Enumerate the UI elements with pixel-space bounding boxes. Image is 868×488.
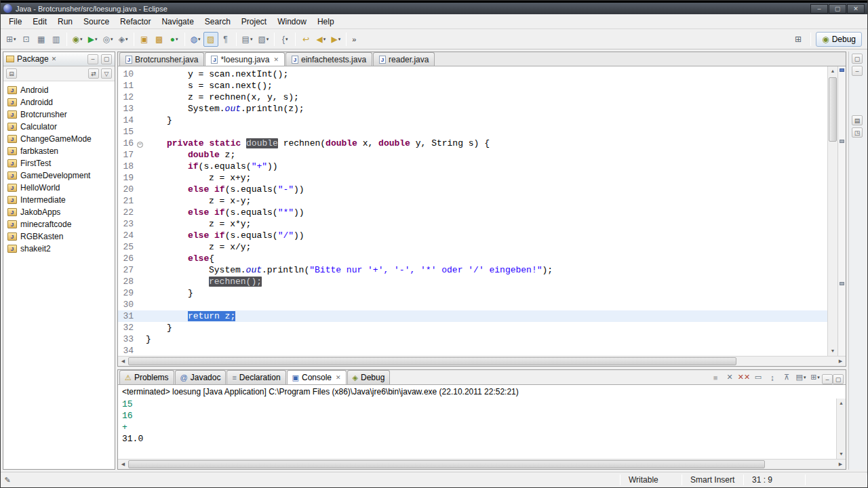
minimize-view-button[interactable]: – — [87, 54, 98, 64]
project-item-changegamemode[interactable]: JChangeGameMode — [3, 133, 115, 145]
minimize-editor-button[interactable]: – — [852, 66, 863, 76]
project-item-firsttest[interactable]: JFirstTest — [3, 157, 115, 169]
code-line-15[interactable]: 15 — [118, 126, 827, 138]
scroll-down-arrow[interactable]: ▼ — [828, 346, 837, 356]
new-java-project-button[interactable]: ▣ — [137, 32, 152, 47]
debug-perspective-button[interactable]: ◉ Debug — [816, 32, 862, 47]
pin-console-button[interactable]: ⊼ — [780, 371, 793, 384]
mark-occurrences-button[interactable]: ▨ — [203, 32, 218, 47]
code-line-34[interactable]: 34 — [118, 345, 827, 356]
scrollbar-thumb[interactable] — [829, 77, 837, 142]
editor-tab-brotcrunsherjava[interactable]: JBrotcrunsher.java — [119, 52, 204, 66]
code-line-28[interactable]: 28rechnen(); — [118, 276, 827, 287]
code-line-32[interactable]: 32} — [118, 322, 827, 333]
code-line-25[interactable]: 25z = x/y; — [118, 241, 827, 253]
search-button[interactable]: ◍▾ — [188, 32, 203, 47]
code-line-10[interactable]: 10y = scan.nextInt(); — [118, 68, 827, 80]
view-tab-javadoc[interactable]: @Javadoc — [175, 370, 226, 384]
open-perspective-button[interactable]: ⊞ — [791, 32, 806, 47]
project-item-helloworld[interactable]: JHelloWorld — [3, 182, 115, 194]
menu-item-window[interactable]: Window — [272, 15, 312, 28]
window-minimize-button[interactable]: – — [810, 4, 828, 14]
terminate-button[interactable]: ■ — [709, 371, 722, 384]
code-editor[interactable]: 10y = scan.nextInt();11s = scan.next();1… — [118, 66, 827, 356]
editor-tab-einfachetestsjava[interactable]: Jeinfachetests.java — [285, 52, 372, 66]
scroll-right-arrow[interactable]: ▶ — [835, 357, 846, 366]
show-whitespace-button[interactable]: ¶ — [218, 32, 233, 47]
scroll-left-arrow[interactable]: ◀ — [118, 460, 128, 469]
scroll-right-arrow[interactable]: ▶ — [835, 460, 846, 469]
menu-item-file[interactable]: File — [3, 15, 27, 28]
view-tab-debug[interactable]: ◈Debug — [347, 370, 391, 384]
back-button[interactable]: ◀▾ — [313, 32, 328, 47]
code-line-21[interactable]: 21z = x-y; — [118, 195, 827, 207]
last-edit-location-button[interactable]: ↩ — [298, 32, 313, 47]
console-horizontal-scrollbar[interactable]: ◀ ▶ — [118, 459, 846, 469]
remove-all-launches-button[interactable]: ✕✕ — [737, 371, 751, 384]
save-button[interactable]: ⊡ — [19, 32, 34, 47]
tab-close-icon[interactable]: ✕ — [336, 374, 341, 381]
external-tools-button[interactable]: ◈▾ — [116, 32, 131, 47]
view-menu-button[interactable]: ▽ — [101, 68, 112, 79]
code-line-23[interactable]: 23z = x*y; — [118, 218, 827, 230]
code-line-31[interactable]: 31return z; — [118, 310, 827, 322]
menu-item-source[interactable]: Source — [78, 15, 115, 28]
display-selected-console-button[interactable]: ▤▾ — [794, 371, 808, 384]
project-item-androidd[interactable]: JAndroidd — [3, 96, 115, 108]
scroll-up-arrow[interactable]: ▲ — [828, 66, 837, 76]
scrollbar-track[interactable] — [128, 460, 835, 469]
minimized-view-button[interactable]: ◳ — [852, 127, 863, 138]
clear-console-button[interactable]: ▭ — [751, 371, 765, 384]
view-tab-declaration[interactable]: ≡Declaration — [226, 370, 285, 384]
console-vertical-scrollbar[interactable]: ▲ ▼ — [836, 399, 846, 459]
code-line-17[interactable]: 17double z; — [118, 149, 827, 161]
toolbar-overflow-chevron[interactable]: » — [349, 35, 359, 43]
overview-marker[interactable] — [840, 282, 844, 285]
scroll-lock-button[interactable]: ↨ — [766, 371, 779, 384]
editor-tab-loesungjava[interactable]: J*loesung.java✕ — [205, 52, 285, 66]
project-item-gamedevelopment[interactable]: JGameDevelopment — [3, 169, 115, 182]
overview-ruler[interactable] — [837, 66, 846, 356]
code-line-12[interactable]: 12z = rechnen(x, y, s); — [118, 92, 827, 103]
menu-item-navigate[interactable]: Navigate — [156, 15, 199, 28]
prev-annotation-button[interactable]: ▤▾ — [239, 32, 256, 47]
code-line-11[interactable]: 11s = scan.next(); — [118, 80, 827, 92]
code-line-16[interactable]: 16−private static double rechnen(double … — [118, 138, 827, 149]
scrollbar-thumb[interactable] — [128, 460, 765, 468]
project-item-android[interactable]: JAndroid — [3, 84, 115, 96]
remove-launch-button[interactable]: ✕ — [723, 371, 736, 384]
menu-item-search[interactable]: Search — [199, 15, 236, 28]
coverage-button[interactable]: ◎▾ — [100, 32, 116, 47]
scroll-down-arrow[interactable]: ▼ — [837, 449, 846, 459]
new-wizard-button[interactable]: ⊞▾ — [3, 32, 19, 47]
print-button[interactable]: ▥ — [49, 32, 64, 47]
new-package-button[interactable]: ▩ — [152, 32, 167, 47]
code-line-30[interactable]: 30 — [118, 299, 827, 310]
project-item-intermediate[interactable]: JIntermediate — [3, 194, 115, 206]
code-templates-button[interactable]: {▾ — [277, 32, 292, 47]
console-output[interactable]: 1516+31.0 — [118, 399, 836, 459]
save-all-button[interactable]: ▦ — [34, 32, 49, 47]
editor-vertical-scrollbar[interactable]: ▲ ▼ — [827, 66, 837, 356]
overview-marker[interactable] — [840, 140, 844, 143]
overview-marker[interactable] — [840, 68, 844, 72]
editor-horizontal-scrollbar[interactable]: ◀ ▶ — [118, 356, 846, 366]
menu-item-refactor[interactable]: Refactor — [115, 15, 156, 28]
project-item-jakobapps[interactable]: JJakobApps — [3, 206, 115, 218]
project-item-farbkasten[interactable]: Jfarbkasten — [3, 145, 115, 157]
link-with-editor-button[interactable]: ⇄ — [88, 68, 99, 79]
scrollbar-track[interactable] — [837, 408, 846, 449]
code-line-19[interactable]: 19z = x+y; — [118, 172, 827, 184]
collapse-all-button[interactable]: ⊟ — [6, 68, 17, 79]
open-console-button[interactable]: ⊞▾ — [808, 371, 822, 384]
fold-collapse-icon[interactable]: − — [136, 138, 146, 149]
run-button[interactable]: ▶▾ — [85, 32, 100, 47]
maximize-view-button[interactable]: ▢ — [101, 54, 112, 64]
window-maximize-button[interactable]: ▢ — [829, 4, 846, 14]
code-line-26[interactable]: 26else{ — [118, 253, 827, 264]
code-line-13[interactable]: 13System.out.println(z); — [118, 103, 827, 115]
scroll-left-arrow[interactable]: ◀ — [118, 357, 128, 366]
restore-editor-button[interactable]: ▢ — [852, 54, 863, 64]
debug-button[interactable]: ◉▾ — [70, 32, 85, 47]
code-line-22[interactable]: 22else if(s.equals("*")) — [118, 207, 827, 218]
